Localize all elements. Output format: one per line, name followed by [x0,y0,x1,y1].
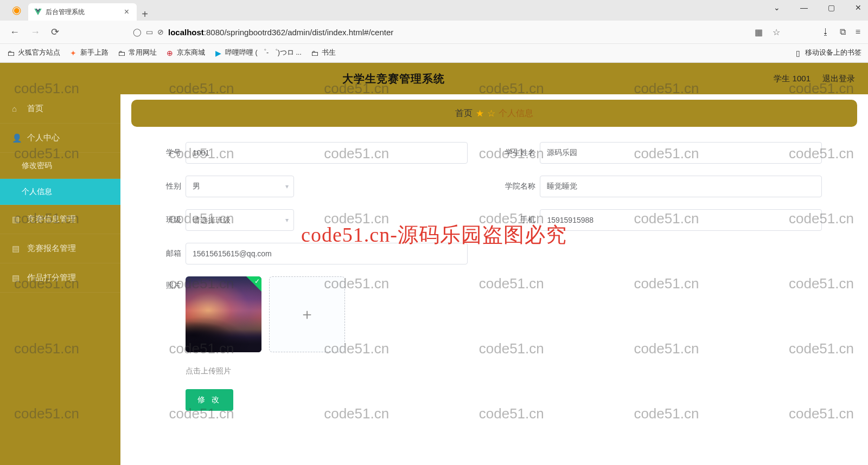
nav-forward-icon[interactable]: → [28,24,42,40]
label-email: 邮箱 [148,249,186,259]
shield-icon: ◯ [133,28,142,36]
breadcrumb-current: 个人信息 [499,108,533,119]
label-phone: 手机 [502,215,540,225]
mobile-bookmarks[interactable]: ▯移动设备上的书签 [794,48,861,57]
sidebar: ⌂首页 👤个人中心 修改密码 个人信息 ▤竞赛信息管理 ▤竞赛报名管理 ▤作品打… [0,94,120,465]
nav-reload-icon[interactable]: ⟳ [49,24,61,40]
lock-icon: ⊘ [157,28,164,36]
sidebar-item-profile[interactable]: 👤个人中心 [0,124,120,153]
tab-title: 后台管理系统 [46,8,122,17]
student-name-input[interactable] [540,142,822,164]
class-select[interactable] [186,209,294,231]
app-title: 大学生竞赛管理系统 [13,72,774,86]
folder-icon: 🗀 [7,49,15,57]
vue-favicon-icon [34,8,42,16]
qr-icon[interactable]: ▦ [755,27,763,37]
label-student-id: 学号 [148,148,186,158]
phone-input[interactable] [540,209,822,231]
breadcrumb: 首页 ★ ☆ 个人信息 [131,100,857,127]
bookmark-item[interactable]: 🗀书生 [310,48,336,57]
star-icon: ☆ [487,108,495,119]
browser-chrome: ◉ 后台管理系统 × + ⌄ — ▢ ✕ ← → ⟳ ◯ ▭ ⊘ localho… [0,0,868,63]
rocket-icon: ✦ [69,49,78,57]
window-minimize-icon[interactable]: — [799,3,809,12]
bookmark-item[interactable]: ✦新手上路 [69,48,108,57]
sidebar-item-personal-info[interactable]: 个人信息 [0,179,120,205]
firefox-icon: ◉ [8,1,25,18]
permissions-icon: ▭ [146,28,153,36]
current-user[interactable]: 学生 1001 [774,74,810,84]
sidebar-item-contest-info[interactable]: ▤竞赛信息管理 [0,205,120,234]
check-icon [246,276,261,292]
menu-icon[interactable]: ≡ [856,27,860,37]
folder-icon: 🗀 [310,49,319,57]
logout-link[interactable]: 退出登录 [822,74,855,84]
main-content: 首页 ★ ☆ 个人信息 学号 学生姓名 性别▾ 学院名称 班级▾ 手机 [120,94,868,465]
jd-icon: ⊕ [165,49,174,57]
submit-button[interactable]: 修 改 [186,389,233,411]
student-id-input[interactable] [186,142,468,164]
label-photo: 照片 [148,276,186,290]
star-icon: ★ [476,108,484,119]
label-student-name: 学生姓名 [502,148,540,158]
bookmark-item[interactable]: ⊕京东商城 [165,48,205,57]
url-text: localhost:8080/springbootrd362/admin/dis… [168,28,393,37]
folder-icon: 🗀 [117,49,126,57]
bookmark-item[interactable]: 🗀常用网址 [117,48,157,57]
chevron-down-icon: ▾ [285,216,289,224]
bookmark-item[interactable]: ▶哔哩哔哩 ( ゜- ゜)つロ ... [214,48,302,57]
new-tab-button[interactable]: + [137,8,153,21]
extensions-icon[interactable]: ⧉ [840,27,846,37]
url-box[interactable]: ◯ ▭ ⊘ localhost:8080/springbootrd362/adm… [133,28,393,37]
label-class: 班级 [148,215,186,225]
window-maximize-icon[interactable]: ▢ [826,3,837,12]
email-input[interactable] [186,243,468,264]
user-icon: 👤 [12,133,22,143]
sidebar-item-home[interactable]: ⌂首页 [0,94,120,124]
doc-icon: ▤ [12,244,22,254]
doc-icon: ▤ [12,215,22,224]
sidebar-item-scoring[interactable]: ▤作品打分管理 [0,263,120,293]
college-input[interactable] [540,176,822,197]
label-gender: 性别 [148,182,186,191]
mobile-icon: ▯ [794,49,802,57]
app-header: 大学生竞赛管理系统 学生 1001 退出登录 [0,63,868,94]
sidebar-item-change-password[interactable]: 修改密码 [0,153,120,179]
window-dropdown-icon[interactable]: ⌄ [771,3,782,12]
downloads-icon[interactable]: ⭳ [821,27,830,37]
plus-icon: ＋ [299,304,315,325]
breadcrumb-home[interactable]: 首页 [455,108,473,119]
bookmarks-bar: 🗀火狐官方站点 ✦新手上路 🗀常用网址 ⊕京东商城 ▶哔哩哔哩 ( ゜- ゜)つ… [0,43,868,62]
nav-back-icon[interactable]: ← [8,24,22,40]
doc-icon: ▤ [12,273,22,283]
label-college: 学院名称 [502,182,540,191]
photo-thumbnail[interactable] [186,276,261,352]
browser-tab[interactable]: 后台管理系统 × [28,3,137,21]
app: 大学生竞赛管理系统 学生 1001 退出登录 ⌂首页 👤个人中心 修改密码 个人… [0,63,868,465]
bilibili-icon: ▶ [214,49,222,57]
upload-tip: 点击上传照片 [186,366,345,376]
address-bar: ← → ⟳ ◯ ▭ ⊘ localhost:8080/springbootrd3… [0,21,868,43]
bookmark-item[interactable]: 🗀火狐官方站点 [7,48,60,57]
bookmark-star-icon[interactable]: ☆ [773,27,780,37]
chevron-down-icon: ▾ [285,183,289,190]
upload-add-button[interactable]: ＋ [269,276,345,352]
tab-close-icon[interactable]: × [122,7,131,17]
gender-select[interactable] [186,176,294,197]
window-close-icon[interactable]: ✕ [853,3,864,12]
profile-form: 学号 学生姓名 性别▾ 学院名称 班级▾ 手机 邮箱 照片 [131,142,857,411]
tab-strip: ◉ 后台管理系统 × + ⌄ — ▢ ✕ [0,0,868,21]
home-icon: ⌂ [12,104,22,113]
sidebar-item-contest-signup[interactable]: ▤竞赛报名管理 [0,234,120,263]
